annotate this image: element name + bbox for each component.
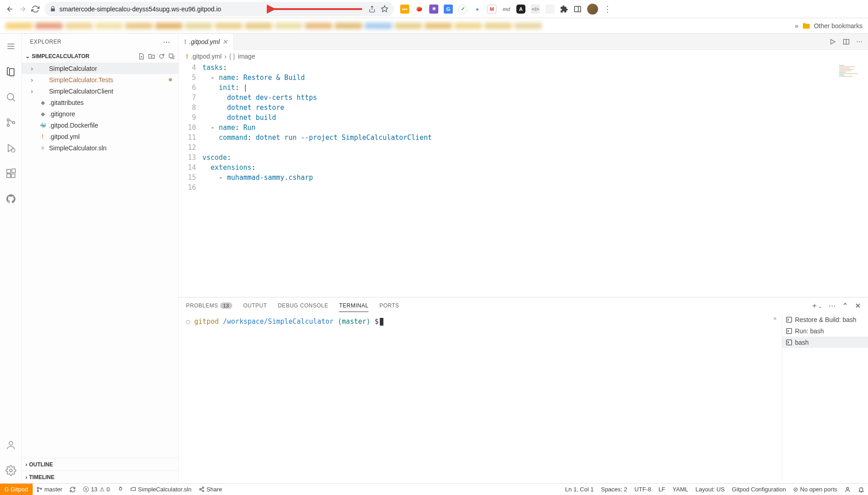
collapse-icon[interactable] <box>168 53 175 59</box>
status-eol[interactable]: LF <box>655 486 669 493</box>
svg-point-30 <box>202 490 204 492</box>
bookmark-star-icon[interactable] <box>381 5 388 13</box>
status-encoding[interactable]: UTF-8 <box>631 486 655 493</box>
ext-icon-7[interactable]: M <box>487 5 496 14</box>
tab-terminal[interactable]: TERMINAL <box>339 300 368 312</box>
extensions-icon[interactable] <box>5 167 17 180</box>
tree-item[interactable]: ›SimpleCalculator.Tests <box>22 74 178 85</box>
status-branch[interactable]: master <box>33 486 66 493</box>
status-solution[interactable]: SimpleCalculator.sln <box>127 486 195 493</box>
run-debug-icon[interactable] <box>5 142 17 154</box>
svg-marker-1 <box>381 5 387 11</box>
status-gitpod[interactable]: GGitpod <box>0 484 33 495</box>
ext-icon-10[interactable]: </> <box>531 5 540 14</box>
terminal-group[interactable]: Run: bash <box>782 325 868 337</box>
new-terminal-icon[interactable]: ＋⌄ <box>811 301 822 311</box>
svg-point-29 <box>200 489 201 490</box>
workspace-section-header[interactable]: ⌄ SIMPLECALCULATOR <box>22 50 178 63</box>
ext-icon-5[interactable]: ✓ <box>458 5 467 14</box>
code-editor[interactable]: 45678910111213141516 tasks: - name: Rest… <box>179 63 868 297</box>
terminal-cursor <box>380 318 383 326</box>
panel-tabs: PROBLEMS13 OUTPUT DEBUG CONSOLE TERMINAL… <box>179 297 868 314</box>
minimap[interactable] <box>839 64 866 83</box>
status-problems[interactable]: ⓧ13 ⚠0 <box>79 485 113 494</box>
status-cursor-pos[interactable]: Ln 1, Col 1 <box>562 486 598 493</box>
refresh-icon[interactable] <box>158 53 165 59</box>
ext-icon-11[interactable] <box>545 5 554 14</box>
status-flame-icon[interactable] <box>113 486 127 492</box>
outline-section[interactable]: ›OUTLINE <box>22 458 178 470</box>
status-share[interactable]: Share <box>195 486 226 493</box>
terminal-group[interactable]: bash <box>782 337 868 348</box>
close-tab-icon[interactable]: ✕ <box>222 38 228 45</box>
tab-ports[interactable]: PORTS <box>379 300 399 312</box>
status-bell-icon[interactable] <box>854 486 868 493</box>
extensions-puzzle-icon[interactable] <box>560 5 568 13</box>
file-icon <box>39 88 46 95</box>
tree-item[interactable]: 🐳.gitpod.Dockerfile <box>22 119 178 131</box>
reload-button[interactable] <box>29 3 42 15</box>
forward-button[interactable] <box>16 3 29 15</box>
run-icon[interactable] <box>829 38 836 45</box>
menu-icon[interactable] <box>5 40 17 53</box>
profile-avatar[interactable] <box>587 4 598 15</box>
other-bookmarks-label[interactable]: Other bookmarks <box>814 22 863 30</box>
terminal-output[interactable]: ○ gitpod /workspace/SimpleCalculator (ma… <box>179 314 782 483</box>
ext-icon-6[interactable]: ● <box>473 5 482 14</box>
scm-icon[interactable] <box>5 116 17 129</box>
svg-point-33 <box>847 487 849 490</box>
tab-output[interactable]: OUTPUT <box>243 300 267 312</box>
tree-item[interactable]: ≡SimpleCalculator.sln <box>22 142 178 153</box>
timeline-section[interactable]: ›TIMELINE <box>22 470 178 483</box>
tree-item[interactable]: ◆.gitattributes <box>22 97 178 108</box>
bookmarks-overflow-icon[interactable]: » <box>795 22 799 30</box>
ext-icon-9[interactable]: A <box>516 5 525 14</box>
panel-close-icon[interactable]: ✕ <box>855 302 861 310</box>
status-spaces[interactable]: Spaces: 2 <box>597 486 631 493</box>
panel-more-icon[interactable]: ⋯ <box>829 302 836 310</box>
ext-icon-3[interactable]: ✳ <box>429 5 438 14</box>
share-icon[interactable] <box>368 5 376 13</box>
status-config[interactable]: Gitpod Configuration <box>728 486 790 493</box>
ext-icon-1[interactable]: ••• <box>400 5 409 14</box>
bottom-panel: PROBLEMS13 OUTPUT DEBUG CONSOLE TERMINAL… <box>179 297 868 483</box>
settings-gear-icon[interactable] <box>5 464 17 477</box>
tab-debug-console[interactable]: DEBUG CONSOLE <box>278 300 328 312</box>
tree-item[interactable]: ›SimpleCalculator <box>22 63 178 74</box>
folder-icon[interactable] <box>802 22 810 30</box>
status-sync[interactable] <box>66 486 79 493</box>
back-button[interactable] <box>4 3 16 15</box>
terminal-group[interactable]: Restore & Build: bash <box>782 314 868 325</box>
tree-item[interactable]: ◆.gitignore <box>22 108 178 119</box>
browser-menu-icon[interactable]: ⋮ <box>603 4 612 14</box>
tab-gitpod-yml[interactable]: ! .gitpod.yml ✕ <box>179 34 234 50</box>
panel-maximize-icon[interactable]: ⌃ <box>842 302 848 310</box>
tab-problems[interactable]: PROBLEMS13 <box>186 300 232 312</box>
ext-icon-4[interactable]: G <box>444 5 453 14</box>
activity-bar <box>0 34 22 483</box>
split-editor-icon[interactable] <box>843 38 850 45</box>
status-feedback-icon[interactable] <box>841 486 854 493</box>
tree-item[interactable]: ›SimpleCalculatorClient <box>22 85 178 97</box>
explorer-icon[interactable] <box>5 65 17 78</box>
file-icon: 🐳 <box>39 122 46 129</box>
tree-item[interactable]: !.gitpod.yml <box>22 131 178 142</box>
status-layout[interactable]: Layout: US <box>692 486 728 493</box>
ext-icon-2[interactable]: 🍅 <box>415 5 424 14</box>
search-icon[interactable] <box>5 91 17 104</box>
explorer-more-icon[interactable]: ⋯ <box>163 38 171 46</box>
terminal-scrollbar[interactable] <box>774 317 776 320</box>
editor-more-icon[interactable]: ⋯ <box>856 38 863 45</box>
account-icon[interactable] <box>5 439 17 451</box>
svg-point-17 <box>9 441 13 445</box>
new-file-icon[interactable] <box>138 53 145 59</box>
status-lang[interactable]: YAML <box>669 486 691 493</box>
breadcrumb[interactable]: ! .gitpod.yml › { } image <box>179 50 868 63</box>
sidepanel-icon[interactable] <box>574 5 582 13</box>
github-icon[interactable] <box>5 193 17 205</box>
svg-rect-2 <box>574 6 581 12</box>
ext-icon-8[interactable]: md <box>502 5 511 14</box>
new-folder-icon[interactable] <box>148 53 155 59</box>
status-ports[interactable]: ⊘No open ports <box>790 486 841 493</box>
address-bar[interactable]: smartercode-simplecalcu-deyss54supg.ws-e… <box>44 2 394 16</box>
